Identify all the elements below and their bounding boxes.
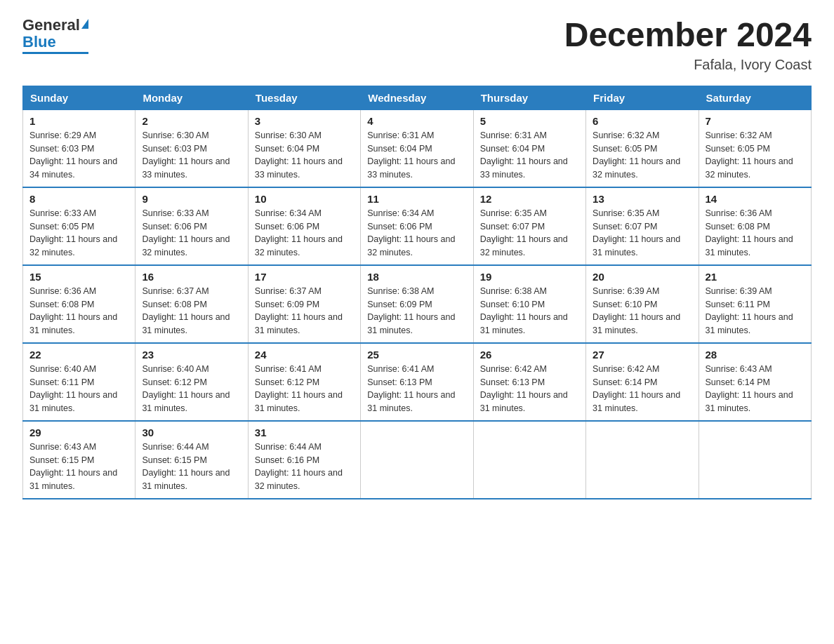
calendar-cell: 8 Sunrise: 6:33 AMSunset: 6:05 PMDayligh…	[23, 187, 135, 265]
calendar-cell: 6 Sunrise: 6:32 AMSunset: 6:05 PMDayligh…	[586, 109, 699, 187]
day-info: Sunrise: 6:30 AMSunset: 6:03 PMDaylight:…	[142, 129, 241, 182]
day-info: Sunrise: 6:29 AMSunset: 6:03 PMDaylight:…	[29, 129, 128, 182]
calendar-cell: 23 Sunrise: 6:40 AMSunset: 6:12 PMDaylig…	[135, 343, 248, 421]
day-info: Sunrise: 6:41 AMSunset: 6:12 PMDaylight:…	[255, 363, 354, 415]
day-number: 23	[142, 349, 241, 361]
day-number: 10	[255, 193, 354, 205]
calendar-cell: 31 Sunrise: 6:44 AMSunset: 6:16 PMDaylig…	[248, 421, 360, 499]
day-info: Sunrise: 6:33 AMSunset: 6:06 PMDaylight:…	[142, 207, 241, 260]
week-row-2: 8 Sunrise: 6:33 AMSunset: 6:05 PMDayligh…	[23, 187, 812, 265]
day-number: 9	[142, 193, 241, 205]
day-info: Sunrise: 6:42 AMSunset: 6:13 PMDaylight:…	[480, 363, 579, 415]
day-info: Sunrise: 6:36 AMSunset: 6:08 PMDaylight:…	[29, 285, 128, 337]
day-number: 22	[29, 349, 128, 361]
logo-underline	[22, 52, 88, 54]
day-info: Sunrise: 6:43 AMSunset: 6:14 PMDaylight:…	[706, 363, 805, 415]
col-tuesday: Tuesday	[248, 86, 360, 109]
day-info: Sunrise: 6:35 AMSunset: 6:07 PMDaylight:…	[480, 207, 579, 260]
day-number: 19	[480, 271, 579, 283]
day-info: Sunrise: 6:43 AMSunset: 6:15 PMDaylight:…	[29, 441, 128, 493]
day-number: 21	[706, 271, 805, 283]
day-info: Sunrise: 6:38 AMSunset: 6:10 PMDaylight:…	[480, 285, 579, 337]
day-number: 1	[29, 115, 128, 127]
calendar-cell: 9 Sunrise: 6:33 AMSunset: 6:06 PMDayligh…	[135, 187, 248, 265]
day-number: 6	[593, 115, 691, 127]
day-number: 29	[29, 427, 128, 438]
day-info: Sunrise: 6:42 AMSunset: 6:14 PMDaylight:…	[593, 363, 691, 415]
day-info: Sunrise: 6:34 AMSunset: 6:06 PMDaylight:…	[255, 207, 354, 260]
calendar-cell: 5 Sunrise: 6:31 AMSunset: 6:04 PMDayligh…	[473, 109, 585, 187]
day-number: 12	[480, 193, 579, 205]
day-number: 11	[367, 193, 466, 205]
calendar-cell: 15 Sunrise: 6:36 AMSunset: 6:08 PMDaylig…	[23, 265, 135, 343]
week-row-3: 15 Sunrise: 6:36 AMSunset: 6:08 PMDaylig…	[23, 265, 812, 343]
calendar-cell: 19 Sunrise: 6:38 AMSunset: 6:10 PMDaylig…	[473, 265, 585, 343]
day-number: 18	[367, 271, 466, 283]
calendar-cell: 28 Sunrise: 6:43 AMSunset: 6:14 PMDaylig…	[699, 343, 811, 421]
logo: General Blue	[22, 17, 88, 54]
page-header: General Blue December 2024 Fafala, Ivory…	[22, 17, 812, 73]
day-info: Sunrise: 6:44 AMSunset: 6:16 PMDaylight:…	[255, 441, 354, 493]
day-info: Sunrise: 6:32 AMSunset: 6:05 PMDaylight:…	[706, 129, 805, 182]
day-info: Sunrise: 6:37 AMSunset: 6:09 PMDaylight:…	[255, 285, 354, 337]
col-monday: Monday	[135, 86, 248, 109]
day-info: Sunrise: 6:35 AMSunset: 6:07 PMDaylight:…	[593, 207, 691, 260]
day-number: 14	[706, 193, 805, 205]
calendar-cell: 25 Sunrise: 6:41 AMSunset: 6:13 PMDaylig…	[361, 343, 473, 421]
calendar-cell: 7 Sunrise: 6:32 AMSunset: 6:05 PMDayligh…	[699, 109, 811, 187]
day-info: Sunrise: 6:40 AMSunset: 6:11 PMDaylight:…	[29, 363, 128, 415]
day-number: 5	[480, 115, 579, 127]
day-number: 2	[142, 115, 241, 127]
calendar-cell: 4 Sunrise: 6:31 AMSunset: 6:04 PMDayligh…	[361, 109, 473, 187]
calendar-cell: 10 Sunrise: 6:34 AMSunset: 6:06 PMDaylig…	[248, 187, 360, 265]
day-info: Sunrise: 6:32 AMSunset: 6:05 PMDaylight:…	[593, 129, 691, 182]
day-info: Sunrise: 6:39 AMSunset: 6:10 PMDaylight:…	[593, 285, 691, 337]
calendar-cell: 26 Sunrise: 6:42 AMSunset: 6:13 PMDaylig…	[473, 343, 585, 421]
day-number: 24	[255, 349, 354, 361]
day-info: Sunrise: 6:39 AMSunset: 6:11 PMDaylight:…	[706, 285, 805, 337]
calendar-cell: 12 Sunrise: 6:35 AMSunset: 6:07 PMDaylig…	[473, 187, 585, 265]
day-number: 13	[593, 193, 691, 205]
calendar-cell	[473, 421, 585, 499]
day-number: 16	[142, 271, 241, 283]
calendar-cell: 24 Sunrise: 6:41 AMSunset: 6:12 PMDaylig…	[248, 343, 360, 421]
day-number: 26	[480, 349, 579, 361]
day-number: 20	[593, 271, 691, 283]
col-wednesday: Wednesday	[361, 86, 473, 109]
calendar-cell: 18 Sunrise: 6:38 AMSunset: 6:09 PMDaylig…	[361, 265, 473, 343]
calendar-title: December 2024	[564, 17, 812, 54]
calendar-table: Sunday Monday Tuesday Wednesday Thursday…	[22, 86, 812, 499]
day-info: Sunrise: 6:41 AMSunset: 6:13 PMDaylight:…	[367, 363, 466, 415]
calendar-cell: 29 Sunrise: 6:43 AMSunset: 6:15 PMDaylig…	[23, 421, 135, 499]
calendar-cell: 2 Sunrise: 6:30 AMSunset: 6:03 PMDayligh…	[135, 109, 248, 187]
calendar-cell	[699, 421, 811, 499]
day-info: Sunrise: 6:36 AMSunset: 6:08 PMDaylight:…	[706, 207, 805, 260]
calendar-cell: 30 Sunrise: 6:44 AMSunset: 6:15 PMDaylig…	[135, 421, 248, 499]
calendar-cell: 11 Sunrise: 6:34 AMSunset: 6:06 PMDaylig…	[361, 187, 473, 265]
day-number: 3	[255, 115, 354, 127]
day-number: 4	[367, 115, 466, 127]
day-info: Sunrise: 6:33 AMSunset: 6:05 PMDaylight:…	[29, 207, 128, 260]
day-number: 8	[29, 193, 128, 205]
col-sunday: Sunday	[23, 86, 135, 109]
calendar-cell: 21 Sunrise: 6:39 AMSunset: 6:11 PMDaylig…	[699, 265, 811, 343]
calendar-body: 1 Sunrise: 6:29 AMSunset: 6:03 PMDayligh…	[23, 109, 812, 499]
logo-triangle-icon	[81, 19, 88, 29]
calendar-cell: 17 Sunrise: 6:37 AMSunset: 6:09 PMDaylig…	[248, 265, 360, 343]
day-info: Sunrise: 6:31 AMSunset: 6:04 PMDaylight:…	[367, 129, 466, 182]
day-info: Sunrise: 6:30 AMSunset: 6:04 PMDaylight:…	[255, 129, 354, 182]
day-number: 30	[142, 427, 241, 438]
day-number: 17	[255, 271, 354, 283]
calendar-cell: 3 Sunrise: 6:30 AMSunset: 6:04 PMDayligh…	[248, 109, 360, 187]
week-row-4: 22 Sunrise: 6:40 AMSunset: 6:11 PMDaylig…	[23, 343, 812, 421]
day-number: 25	[367, 349, 466, 361]
calendar-cell: 13 Sunrise: 6:35 AMSunset: 6:07 PMDaylig…	[586, 187, 699, 265]
week-row-5: 29 Sunrise: 6:43 AMSunset: 6:15 PMDaylig…	[23, 421, 812, 499]
day-info: Sunrise: 6:31 AMSunset: 6:04 PMDaylight:…	[480, 129, 579, 182]
day-number: 27	[593, 349, 691, 361]
title-block: December 2024 Fafala, Ivory Coast	[564, 17, 812, 73]
calendar-cell: 14 Sunrise: 6:36 AMSunset: 6:08 PMDaylig…	[699, 187, 811, 265]
calendar-cell	[586, 421, 699, 499]
day-number: 28	[706, 349, 805, 361]
col-friday: Friday	[586, 86, 699, 109]
